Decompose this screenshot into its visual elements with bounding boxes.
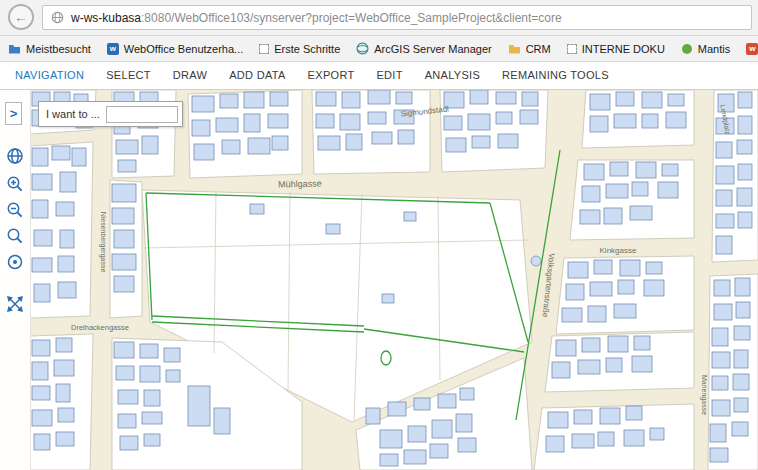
street-label: Kinkgasse [600,246,637,255]
street-label: Mariengasse [700,375,708,415]
bookmark-crm[interactable]: CRM [508,42,551,55]
building [60,230,74,248]
tab-analysis[interactable]: ANALYSIS [414,62,491,89]
building [456,414,472,432]
i-want-to-input[interactable] [106,106,178,123]
map-canvas[interactable]: Mühlgasse Sigmundstadl Kinkgasse Dreihac… [0,90,758,470]
building [118,414,136,428]
full-extent-button[interactable] [3,292,27,316]
bookmark-erste-schritte[interactable]: Erste Schritte [259,43,340,55]
i-want-to-label[interactable]: I want to ... [46,108,100,120]
building [578,360,600,374]
building [220,94,238,108]
zoom-in-button[interactable] [3,172,27,196]
building [112,208,134,224]
bookmark-meistbesucht[interactable]: Meistbesucht [8,42,91,55]
building [496,92,516,104]
building [404,212,416,221]
building [32,200,48,218]
zoom-in-icon [5,174,25,194]
building [716,214,734,228]
center-point-icon [5,252,25,272]
building [470,90,488,104]
mantis-icon [681,43,693,55]
building [734,350,748,368]
folder-icon [8,42,21,55]
tab-navigation[interactable]: NAVIGATION [4,62,95,89]
building [438,394,456,408]
folder-icon [508,42,521,55]
building [244,114,260,132]
url-host: w-ws-kubasa [71,11,141,25]
tab-add-data[interactable]: ADD DATA [218,62,296,89]
bookmark-weboffice-benutzerhandbuch[interactable]: w WebOffice Benutzerha... [107,43,243,55]
building [642,92,662,108]
building [248,138,270,154]
building [116,140,138,154]
building [316,92,336,106]
building [737,140,752,154]
building [458,438,476,452]
tab-remaining-tools[interactable]: REMAINING TOOLS [491,62,620,89]
building [522,92,538,106]
building [116,366,134,380]
building [244,92,264,108]
building [738,164,752,180]
building [118,390,138,404]
building [56,338,72,352]
building [496,112,512,124]
building [712,400,730,416]
zoom-out-icon [5,200,25,220]
building [520,110,538,124]
zoom-out-button[interactable] [3,198,27,222]
tab-edit[interactable]: EDIT [365,62,413,89]
bookmark-interne-doku[interactable]: INTERNE DOKU [567,43,665,55]
building [460,388,474,400]
tab-export[interactable]: EXPORT [297,62,366,89]
building [498,134,518,148]
building [590,116,608,132]
overview-globe-button[interactable] [3,144,27,168]
building [372,132,392,144]
building [112,254,136,270]
building [430,444,448,458]
building [114,230,134,248]
building [112,184,136,202]
building [552,362,570,378]
back-button[interactable]: ← [8,4,34,30]
tab-select[interactable]: SELECT [95,62,162,89]
building [414,398,430,410]
map-viewport: Mühlgasse Sigmundstadl Kinkgasse Dreihac… [0,90,758,470]
building [192,96,214,112]
bookmark-synergis[interactable]: w Syn [746,43,758,55]
building [646,262,662,274]
zoom-window-button[interactable] [3,224,27,248]
building [580,210,600,224]
building [733,374,749,390]
building [250,204,264,214]
building [556,340,576,356]
building [56,384,70,402]
building [58,408,74,422]
url-path: :8080/WebOffice103/synserver?project=Web… [141,11,562,25]
building [388,402,406,416]
building [668,94,684,106]
building [590,94,610,110]
bookmark-arcgis-server-manager[interactable]: ArcGIS Server Manager [356,42,491,55]
url-bar[interactable]: w-ws-kubasa:8080/WebOffice103/synserver?… [42,5,752,30]
building [118,160,136,172]
weboffice-icon: w [107,43,119,55]
center-point-button[interactable] [3,250,27,274]
building [626,406,642,420]
building [216,118,238,132]
building [52,146,70,160]
building [468,114,490,130]
tab-draw[interactable]: DRAW [162,62,218,89]
bookmark-mantis[interactable]: Mantis [681,43,730,55]
building [346,134,362,150]
panel-expander-button[interactable]: > [5,102,22,125]
magnifier-icon [5,226,25,246]
building [642,114,658,128]
building [590,282,612,296]
building [614,114,636,128]
